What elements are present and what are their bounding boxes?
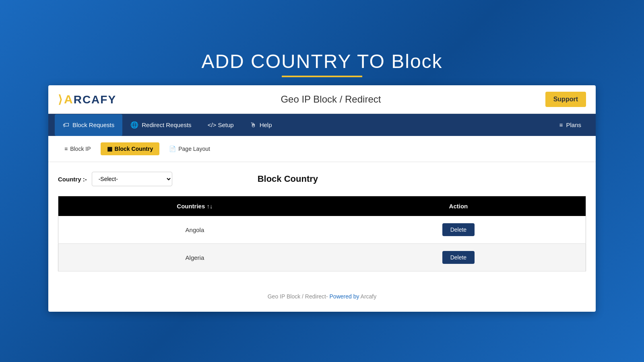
sub-nav-block-ip[interactable]: ≡ Block IP [58,142,97,155]
help-icon: 🖱 [250,121,256,129]
table-icon: ▦ [107,146,112,152]
delete-button[interactable]: Delete [442,223,475,236]
nav-item-setup[interactable]: </> Setup [200,114,242,136]
country-label: Country :- [58,176,87,183]
sub-nav-page-layout[interactable]: 📄 Page Layout [163,142,217,155]
country-cell: Algeria [58,244,331,272]
list-icon: ≡ [559,121,563,128]
app-container: ⟩ ARCAFY Geo IP Block / Redirect Support… [48,85,596,312]
table-row: AlgeriaDelete [58,244,586,272]
delete-button[interactable]: Delete [442,251,475,264]
nav-bar: 🏷 Block Requests 🌐 Redirect Requests </>… [48,114,596,136]
block-country-heading: Block Country [258,174,318,184]
table-row: AngolaDelete [58,216,586,244]
sub-nav: ≡ Block IP ▦ Block Country 📄 Page Layout [48,136,596,162]
page-icon: 📄 [169,146,176,152]
table-body: AngolaDeleteAlgeriaDelete [58,216,586,272]
app-title: Geo IP Block / Redirect [281,94,381,105]
nav-item-block-requests[interactable]: 🏷 Block Requests [55,114,122,136]
header-underline [282,76,362,77]
table-header: Countries ↑↓ Action [58,196,586,216]
globe-icon: 🌐 [130,121,138,129]
footer-text: Geo IP Block / Redirect- Powered by Arca… [268,293,377,300]
top-bar: ⟩ ARCAFY Geo IP Block / Redirect Support [48,85,596,114]
country-cell: Angola [58,216,331,244]
page-title: ADD COUNTRY TO Block [8,50,636,72]
country-select[interactable]: -Select-AngolaAlgeriaAfghanistanAlbaniaA… [92,172,172,186]
logo-chevron-icon: ⟩ [58,93,62,106]
action-cell: Delete [331,216,586,244]
action-cell: Delete [331,244,586,272]
logo: ⟩ ARCAFY [58,93,116,106]
list-icon-small: ≡ [64,146,68,152]
sub-nav-block-country[interactable]: ▦ Block Country [101,142,160,155]
nav-plans[interactable]: ≡ Plans [551,114,589,136]
col-countries: Countries ↑↓ [58,196,331,216]
logo-text: ARCAFY [64,93,116,106]
col-action: Action [331,196,586,216]
country-select-row: Country :- -Select-AngolaAlgeriaAfghanis… [58,172,586,186]
main-content: Country :- -Select-AngolaAlgeriaAfghanis… [48,162,596,281]
page-header: ADD COUNTRY TO Block [8,50,636,77]
nav-item-help[interactable]: 🖱 Help [242,114,280,136]
tag-icon: 🏷 [63,121,69,129]
logo-a: A [64,93,74,106]
footer: Geo IP Block / Redirect- Powered by Arca… [48,281,596,312]
support-button[interactable]: Support [545,92,586,107]
table-header-row: Countries ↑↓ Action [58,196,586,216]
nav-item-redirect-requests[interactable]: 🌐 Redirect Requests [122,114,199,136]
countries-table: Countries ↑↓ Action AngolaDeleteAlgeriaD… [58,196,586,272]
